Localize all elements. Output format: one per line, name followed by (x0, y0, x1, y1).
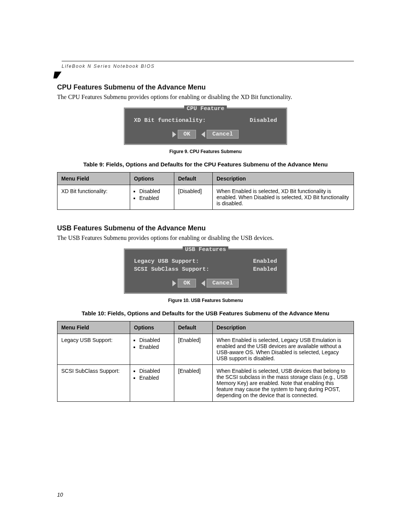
arrow-left-icon (201, 280, 205, 286)
cpu-bios-title: CPU Feature (184, 105, 226, 112)
usb-bios-title: USB Features (183, 246, 228, 253)
cpu-cancel-button[interactable]: Cancel (201, 130, 239, 139)
usb-bios-box: USB Features Legacy USB Support: Enabled… (124, 248, 287, 294)
cpu-bios-box: CPU Feature XD Bit functionality: Disabl… (124, 107, 287, 145)
cpu-bios-field-label: XD Bit functionality: (134, 117, 206, 124)
arrow-right-icon (172, 131, 176, 137)
usb-bios-scsi-value: Enabled (253, 266, 277, 273)
table-10-title: Table 10: Fields, Options and Defaults f… (57, 310, 354, 316)
th-menu-field: Menu Field (57, 321, 130, 334)
arrow-left-icon (201, 131, 205, 137)
table-10: Menu Field Options Default Description L… (57, 321, 354, 402)
th-default: Default (174, 173, 213, 185)
cpu-section-heading: CPU Features Submenu of the Advance Menu (57, 83, 354, 91)
table-row: XD Bit functionality: Disabled Enabled [… (57, 185, 354, 210)
table-9-title: Table 9: Fields, Options and Defaults fo… (57, 161, 354, 168)
th-menu-field: Menu Field (57, 173, 130, 185)
th-description: Description (213, 321, 354, 334)
th-options: Options (130, 321, 174, 334)
figure-10-caption: Figure 10. USB Features Submenu (57, 298, 354, 303)
usb-section-intro: The USB Features Submenu provides option… (57, 235, 354, 241)
figure-9-caption: Figure 9. CPU Features Submenu (57, 149, 354, 154)
cpu-ok-button[interactable]: OK (172, 130, 196, 139)
usb-bios-legacy-label: Legacy USB Support: (134, 258, 199, 265)
th-description: Description (213, 173, 354, 185)
table-row: Legacy USB Support: Disabled Enabled [En… (57, 334, 354, 365)
cpu-section-intro: The CPU Features Submenu provides option… (57, 94, 354, 101)
th-options: Options (130, 173, 174, 185)
page-number: 10 (57, 492, 63, 498)
usb-ok-button[interactable]: OK (172, 279, 196, 288)
table-9: Menu Field Options Default Description X… (57, 172, 354, 210)
usb-bios-legacy-value: Enabled (253, 258, 277, 265)
arrow-right-icon (172, 280, 176, 286)
corner-mark-icon (53, 72, 61, 78)
th-default: Default (174, 321, 213, 334)
running-header: LifeBook N Series Notebook BIOS (57, 61, 354, 69)
usb-section-heading: USB Features Submenu of the Advance Menu (57, 224, 354, 232)
usb-cancel-button[interactable]: Cancel (201, 279, 239, 288)
usb-bios-scsi-label: SCSI SubClass Support: (134, 266, 209, 273)
table-row: SCSI SubClass Support: Disabled Enabled … (57, 365, 354, 402)
cpu-bios-field-value: Disabled (250, 117, 277, 124)
